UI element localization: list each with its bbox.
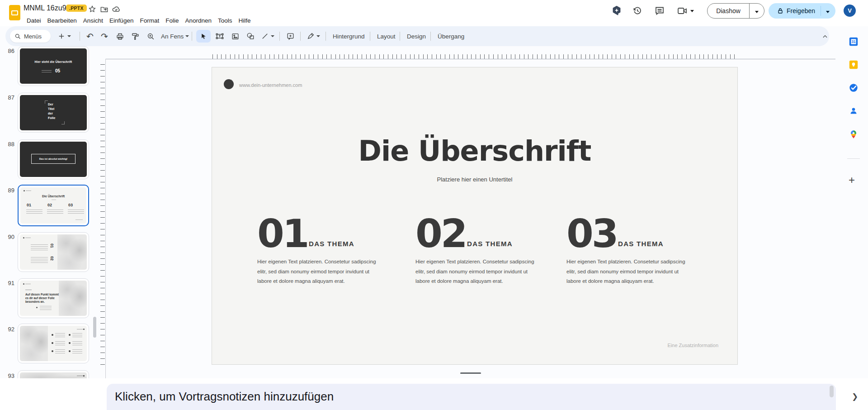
expand-panel-icon[interactable]: ❯ (852, 392, 858, 401)
column-2-body: Hier eigenen Text platzieren. Consetetur… (415, 257, 538, 286)
redo-icon[interactable]: ↷ (98, 26, 111, 46)
line-icon[interactable] (259, 26, 277, 46)
diashow-dropdown[interactable] (750, 7, 764, 15)
google-tasks-icon[interactable] (848, 82, 859, 93)
share-button[interactable]: Freigeben (769, 3, 835, 19)
textbox-icon[interactable] (212, 26, 227, 46)
file-format-badge: .PPTX (66, 5, 87, 12)
avatar[interactable]: V (844, 5, 856, 17)
google-contacts-icon[interactable] (848, 105, 859, 116)
column-2-label: DAS THEMA (467, 240, 513, 248)
horizontal-ruler (106, 59, 835, 59)
thumbnail-slide-87[interactable]: Der Titel der Folie (18, 93, 89, 133)
background-button[interactable]: Hintergrund (329, 26, 368, 46)
menu-bar: Datei Bearbeiten Ansicht Einfügen Format… (24, 16, 254, 25)
collapse-toolbar-icon[interactable] (819, 31, 831, 43)
notes-resize-handle[interactable] (460, 372, 481, 374)
column-3-label: DAS THEMA (618, 240, 664, 248)
filmstrip-scrollbar[interactable] (93, 317, 96, 338)
column-1-body: Hier eigenen Text platzieren. Consetetur… (257, 257, 379, 286)
side-panel: 31 + (839, 26, 868, 378)
horizontal-ruler-ticks (212, 54, 738, 59)
menu-bearbeiten[interactable]: Bearbeiten (44, 16, 80, 25)
menu-datei[interactable]: Datei (24, 16, 44, 25)
slide-footer-note[interactable]: Eine Zusatzinformation (668, 343, 719, 348)
shape-icon[interactable] (243, 26, 258, 46)
search-icon (14, 33, 21, 40)
thumbnail-slide-88[interactable]: Das ist absolut wichtig! (18, 139, 89, 179)
topic-column-2[interactable]: 02 DAS THEMA Hier eigenen Text platziere… (415, 217, 540, 286)
pen-icon[interactable] (304, 26, 323, 46)
thumbnail-slide-89-selected[interactable]: Die Überschrift 01 02 03 (18, 185, 89, 226)
google-slides-logo[interactable] (9, 5, 20, 20)
topic-column-3[interactable]: 03 DAS THEMA Hier eigenen Text platziere… (566, 217, 691, 286)
filmstrip: 86 Hier steht die Überschrift 05 87 Der … (0, 46, 99, 410)
zoom-select-dropdown[interactable]: An Fens (157, 26, 193, 46)
diashow-button[interactable]: Diashow (707, 3, 764, 19)
star-icon[interactable] (88, 5, 97, 14)
speaker-notes-input[interactable]: Klicken, um Vortragsnotizen hinzuzufügen (107, 384, 836, 410)
menus-label: Menüs (24, 33, 42, 40)
thumbnail-slide-90[interactable]: 01 02 (18, 232, 89, 272)
version-history-icon[interactable] (631, 5, 644, 17)
document-title[interactable]: MNML 16zu9 (24, 4, 66, 12)
background-label: Hintergrund (333, 33, 365, 40)
thumb-90-num1: 01 (50, 243, 54, 248)
layout-button[interactable]: Layout (373, 26, 399, 46)
image-icon[interactable] (228, 26, 242, 46)
thumb-86-title: Hier steht die Überschrift (20, 60, 87, 63)
add-app-icon[interactable]: + (849, 174, 855, 186)
comment-add-icon[interactable] (283, 26, 297, 46)
slide-title[interactable]: Die Überschrift (212, 134, 737, 167)
thumb-91-title: Auf diesen Punkt kommt es dir auf dieser… (25, 293, 62, 304)
cloud-status-icon[interactable] (112, 5, 121, 14)
side-panel-divider (847, 158, 860, 159)
app-header: MNML 16zu9 .PPTX Datei Bearbeiten Ansich… (0, 0, 868, 26)
thumb-89-col2: 02 (47, 203, 52, 207)
google-maps-icon[interactable] (848, 129, 859, 140)
menu-ansicht[interactable]: Ansicht (80, 16, 106, 25)
column-1-number: 01 (257, 211, 308, 256)
thumb-88-title: Das ist absolut wichtig! (31, 154, 75, 164)
slide-number: 91 (5, 280, 14, 286)
menu-folie[interactable]: Folie (162, 16, 182, 25)
company-logo-dot[interactable] (224, 79, 234, 89)
thumb-89-col1: 01 (27, 203, 31, 207)
google-keep-icon[interactable] (848, 59, 859, 70)
thumbnail-slide-91[interactable]: Auf diesen Punkt kommt es dir auf dieser… (18, 278, 89, 318)
share-dropdown[interactable] (821, 7, 835, 15)
menu-format[interactable]: Format (137, 16, 162, 25)
notes-scrollbar[interactable] (830, 386, 834, 397)
topic-column-1[interactable]: 01 DAS THEMA Hier eigenen Text platziere… (257, 217, 382, 286)
menu-hilfe[interactable]: Hilfe (236, 16, 254, 25)
slide-canvas[interactable]: www.dein-unternehmen.com Die Überschrift… (212, 67, 738, 365)
slide-number: 87 (5, 94, 14, 101)
search-menus-button[interactable]: Menüs (10, 30, 51, 43)
comments-icon[interactable] (653, 5, 666, 17)
zoom-in-plus-button[interactable] (56, 26, 72, 46)
undo-icon[interactable]: ↶ (83, 26, 97, 46)
zoom-icon[interactable] (144, 26, 157, 46)
thumb-89-title: Die Überschrift (20, 195, 86, 198)
company-url[interactable]: www.dein-unternehmen.com (239, 82, 302, 88)
svg-text:31: 31 (851, 40, 856, 44)
move-folder-icon[interactable] (99, 5, 108, 14)
menu-anordnen[interactable]: Anordnen (182, 16, 215, 25)
zoom-select-label: An Fens (161, 33, 184, 40)
design-button[interactable]: Design (403, 26, 429, 46)
slide-subtitle[interactable]: Platziere hier einen Untertitel (212, 176, 737, 183)
thumbnail-slide-92[interactable] (18, 324, 89, 363)
vertical-ruler-ticks (100, 64, 105, 365)
meet-camera-icon[interactable] (675, 5, 695, 17)
transition-button[interactable]: Übergang (434, 26, 468, 46)
thumbnail-slide-86[interactable]: Hier steht die Überschrift 05 (18, 46, 89, 86)
print-icon[interactable] (113, 26, 127, 46)
google-calendar-icon[interactable]: 31 (848, 36, 859, 47)
gemini-icon[interactable] (610, 5, 623, 17)
canvas-left-border (105, 59, 106, 378)
menu-tools[interactable]: Tools (215, 16, 236, 25)
select-cursor-icon[interactable] (196, 26, 211, 46)
menu-einfuegen[interactable]: Einfügen (106, 16, 137, 25)
paint-format-icon[interactable] (128, 26, 142, 46)
share-label: Freigeben (787, 7, 815, 14)
